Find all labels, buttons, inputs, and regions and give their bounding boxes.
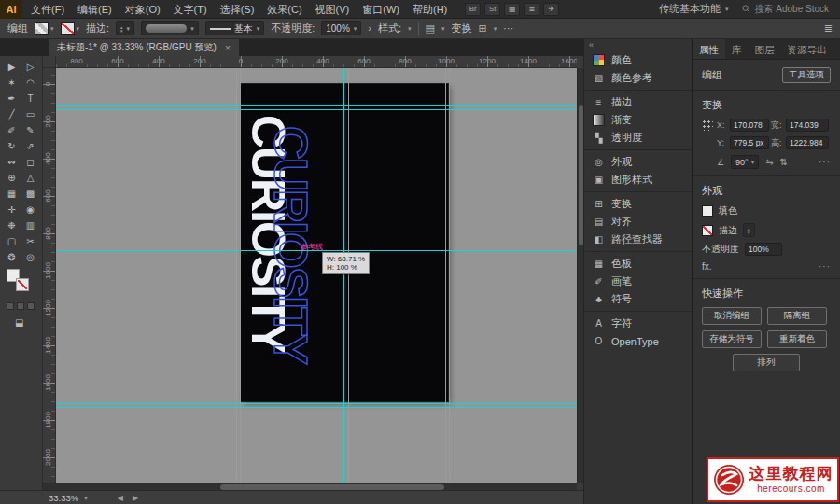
opacity-field[interactable]: 100% ▾: [321, 21, 361, 35]
lasso-tool[interactable]: ◠: [21, 75, 40, 91]
panel-menu-icon[interactable]: ≣: [824, 23, 833, 34]
menu-item[interactable]: 文件(F): [24, 0, 71, 18]
flip-vertical-icon[interactable]: ⇅: [780, 157, 788, 167]
guide-vertical[interactable]: [348, 68, 349, 483]
screen-mode-button[interactable]: ⬓: [15, 317, 23, 328]
document-setup-icon[interactable]: ▤: [426, 23, 435, 34]
dock-item-appearance[interactable]: ◎外观: [584, 153, 692, 171]
dock-item-gradient[interactable]: 渐变: [584, 111, 692, 129]
fill-swatch-dropdown[interactable]: ▾: [35, 22, 54, 35]
menu-item[interactable]: 对象(O): [119, 0, 167, 18]
x-field[interactable]: 170.078: [730, 119, 769, 132]
blend-tool[interactable]: ◉: [21, 202, 40, 217]
quick-action-button[interactable]: 存储为符号: [702, 330, 762, 348]
quick-action-button[interactable]: 隔离组: [767, 307, 827, 325]
eyedropper-tool[interactable]: ✛: [3, 202, 21, 217]
zoom-tool[interactable]: ◎: [21, 249, 40, 265]
brush-definition-dropdown[interactable]: 基本 ▾: [205, 21, 265, 35]
guide-vertical[interactable]: [449, 68, 450, 483]
guide-horizontal[interactable]: [56, 105, 577, 106]
perspective-grid-tool[interactable]: △: [21, 170, 40, 186]
gradient-tool[interactable]: ▩: [21, 186, 40, 202]
vertical-ruler[interactable]: 0200400600800100012001400160018002000: [43, 68, 56, 483]
direct-selection-tool[interactable]: ▷: [21, 59, 40, 75]
zoom-level[interactable]: 33.33%: [49, 493, 78, 503]
y-field[interactable]: 779.5 px: [730, 136, 769, 149]
mesh-tool[interactable]: ▦: [3, 186, 21, 202]
column-graph-tool[interactable]: ▥: [21, 217, 40, 233]
document-tab[interactable]: 未标题-1* @ 33.33% (RGB/GPU 预览) ×: [49, 39, 239, 56]
quick-action-button[interactable]: 取消编组: [702, 307, 762, 325]
rotate-tool[interactable]: ↻: [3, 138, 21, 154]
artboard-tool[interactable]: ▢: [3, 233, 21, 249]
dock-item-stroke[interactable]: ≡描边: [584, 93, 692, 111]
fill-swatch[interactable]: [702, 205, 713, 217]
tab-图层[interactable]: 图层: [749, 39, 781, 59]
menu-item[interactable]: 窗口(W): [356, 0, 406, 18]
width-tool[interactable]: ↭: [3, 154, 21, 170]
line-segment-tool[interactable]: ╱: [3, 106, 21, 122]
tab-库[interactable]: 库: [725, 39, 749, 59]
transform-more-options[interactable]: ···: [819, 157, 831, 167]
align-options-icon[interactable]: ⊞: [478, 23, 486, 34]
magic-wand-tool[interactable]: ✶: [3, 75, 21, 91]
dock-item-swatches[interactable]: ▦色板: [584, 255, 692, 273]
chevron-right-icon[interactable]: ›: [368, 23, 371, 34]
stroke-swatch-dropdown[interactable]: ▾: [61, 22, 80, 35]
draw-normal-mode-button[interactable]: [7, 302, 14, 310]
dock-item-character[interactable]: A字符: [584, 315, 692, 332]
share-button[interactable]: ✈: [543, 3, 559, 16]
guide-horizontal[interactable]: [56, 403, 577, 404]
menu-item[interactable]: 帮助(H): [406, 0, 454, 18]
hand-tool[interactable]: ❂: [3, 249, 21, 265]
dock-item-transparency[interactable]: ▚透明度: [584, 129, 692, 147]
more-options-icon[interactable]: ⋯: [503, 23, 513, 34]
width-field[interactable]: 174.039: [786, 119, 829, 132]
pen-tool[interactable]: ✒: [3, 91, 21, 106]
horizontal-ruler[interactable]: 8006004002000200400600800100012001400160…: [56, 56, 577, 68]
menu-item[interactable]: 文字(T): [167, 0, 214, 18]
menu-item[interactable]: 效果(C): [260, 0, 308, 18]
canvas[interactable]: CURIOSITY CURIOSITY 参考线 W: 68.71 % H: 10…: [56, 68, 577, 483]
tab-资源导出[interactable]: 资源导出: [781, 39, 833, 59]
guide-vertical[interactable]: [343, 68, 344, 483]
free-transform-tool[interactable]: ◻: [21, 154, 40, 170]
dock-item-opentype[interactable]: OOpenType: [584, 332, 692, 350]
stock-button[interactable]: St: [484, 3, 500, 16]
collapse-panels-icon[interactable]: «: [589, 40, 594, 49]
quick-action-button[interactable]: 排列: [733, 354, 800, 371]
bridge-button[interactable]: Br: [465, 3, 481, 16]
close-icon[interactable]: ×: [225, 39, 231, 56]
workspace-switcher-button[interactable]: ≣: [524, 3, 539, 16]
horizontal-scrollbar[interactable]: [43, 483, 577, 490]
shape-builder-tool[interactable]: ⊕: [3, 170, 21, 186]
slice-tool[interactable]: ✂: [21, 233, 40, 249]
guide-vertical[interactable]: [240, 68, 241, 483]
quick-action-button[interactable]: 重新着色: [767, 330, 827, 348]
appearance-more-options[interactable]: ···: [819, 261, 831, 272]
dock-item-symbols[interactable]: ♣符号: [584, 290, 692, 308]
height-field[interactable]: 1222.984: [786, 136, 829, 149]
guide-vertical[interactable]: [236, 68, 237, 483]
ruler-origin-corner[interactable]: [43, 56, 56, 68]
paintbrush-tool[interactable]: ✐: [3, 122, 21, 138]
rotation-angle-dropdown[interactable]: 90° ▾: [731, 155, 759, 169]
tab-属性[interactable]: 属性: [693, 39, 725, 59]
pencil-tool[interactable]: ✎: [21, 122, 40, 138]
dock-item-color[interactable]: 颜色: [584, 51, 692, 69]
vertical-scrollbar[interactable]: [577, 68, 583, 483]
dock-item-pathfinder[interactable]: ◧路径查找器: [584, 231, 692, 248]
dock-item-brushes[interactable]: ✐画笔: [584, 273, 692, 290]
dock-item-align[interactable]: ▤对齐: [584, 213, 692, 231]
rectangle-tool[interactable]: ▭: [21, 106, 40, 122]
effects-button[interactable]: fx.: [702, 261, 712, 272]
type-tool[interactable]: T: [21, 91, 40, 106]
chevron-down-icon[interactable]: ▾: [408, 25, 412, 32]
variable-width-profile-dropdown[interactable]: ▾: [141, 21, 199, 35]
previous-artboard-icon[interactable]: ◀: [118, 494, 123, 502]
chevron-down-icon[interactable]: ▾: [84, 495, 88, 501]
menu-item[interactable]: 视图(V): [309, 0, 357, 18]
menu-item[interactable]: 编辑(E): [71, 0, 119, 18]
stroke-swatch[interactable]: [702, 225, 713, 236]
workspace-switcher[interactable]: 传统基本功能 ▾: [659, 2, 729, 16]
